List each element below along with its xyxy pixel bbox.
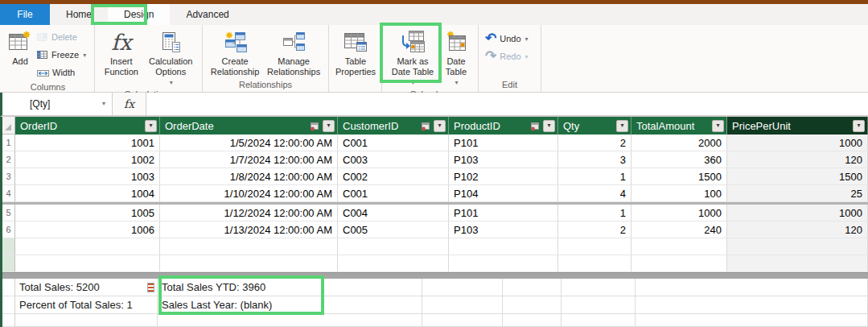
measure-grid-splitter[interactable] bbox=[2, 272, 868, 279]
measure-cell[interactable] bbox=[636, 296, 868, 314]
column-header-priceperunit[interactable]: PricePerUnit ▾ bbox=[727, 117, 868, 135]
cell[interactable]: P102 bbox=[449, 168, 558, 185]
mark-as-date-table-button[interactable]: Mark as Date Table▾ bbox=[386, 27, 439, 89]
cell[interactable] bbox=[558, 238, 631, 255]
cell[interactable]: 1500 bbox=[631, 168, 727, 185]
cell[interactable]: 1/13/2024 12:00:00 AM bbox=[160, 221, 338, 238]
measure-cell[interactable] bbox=[636, 279, 868, 296]
cell[interactable] bbox=[449, 255, 558, 272]
cell[interactable]: 1/5/2024 12:00:00 AM bbox=[160, 135, 338, 151]
measure-cell[interactable] bbox=[636, 314, 868, 327]
cell[interactable]: C001 bbox=[338, 185, 449, 202]
measure-cell[interactable] bbox=[562, 279, 636, 296]
freeze-column-button[interactable]: Freeze ▾ bbox=[35, 46, 88, 64]
cell[interactable]: 1000 bbox=[631, 205, 727, 221]
filter-button[interactable]: ▾ bbox=[434, 120, 446, 132]
date-table-button[interactable]: Date Table▾ bbox=[439, 27, 473, 89]
cell[interactable]: 240 bbox=[631, 221, 727, 238]
cell[interactable]: 100 bbox=[631, 185, 727, 202]
measure-cell-sales-last-year[interactable]: Sales Last Year: (blank) bbox=[158, 296, 422, 314]
cell[interactable] bbox=[558, 255, 631, 272]
cell[interactable] bbox=[727, 238, 868, 255]
delete-column-button[interactable]: Delete bbox=[35, 28, 88, 46]
tab-home[interactable]: Home bbox=[50, 4, 108, 25]
row-header[interactable] bbox=[2, 238, 15, 255]
row-header[interactable]: 3 bbox=[2, 168, 15, 185]
filter-button[interactable]: ▾ bbox=[323, 120, 335, 132]
cell[interactable] bbox=[449, 238, 558, 255]
cell[interactable] bbox=[631, 238, 727, 255]
tab-file[interactable]: File bbox=[0, 4, 50, 25]
chevron-down-icon[interactable]: ▾ bbox=[102, 100, 105, 107]
measure-cell[interactable] bbox=[422, 279, 503, 296]
cell[interactable]: 25 bbox=[727, 185, 868, 202]
measure-cell[interactable] bbox=[422, 314, 503, 327]
measure-row-header[interactable] bbox=[2, 296, 15, 314]
row-header[interactable] bbox=[2, 255, 15, 272]
cell[interactable]: C003 bbox=[338, 151, 449, 168]
cell[interactable]: 1004 bbox=[15, 185, 160, 202]
filter-button[interactable]: ▾ bbox=[543, 120, 555, 132]
tab-advanced[interactable]: Advanced bbox=[170, 4, 245, 25]
row-header[interactable]: 1 bbox=[2, 135, 15, 151]
cell[interactable]: 1/7/2024 12:00:00 AM bbox=[160, 151, 338, 168]
cell[interactable]: C002 bbox=[338, 168, 449, 185]
cell[interactable]: 1 bbox=[558, 205, 631, 221]
cell[interactable]: 2000 bbox=[631, 135, 727, 151]
cell[interactable]: 1/10/2024 12:00:00 AM bbox=[160, 185, 338, 202]
cell[interactable]: 1006 bbox=[15, 221, 160, 238]
row-header[interactable]: 5 bbox=[2, 205, 15, 221]
cell[interactable]: 1002 bbox=[15, 151, 160, 168]
measure-cell[interactable] bbox=[562, 296, 636, 314]
filter-button[interactable]: ▾ bbox=[712, 120, 724, 132]
fx-button[interactable]: fx bbox=[113, 93, 146, 115]
cell[interactable] bbox=[15, 255, 160, 272]
cell[interactable]: 1500 bbox=[727, 168, 868, 185]
cell[interactable]: P103 bbox=[449, 151, 558, 168]
calculation-options-button[interactable]: Calculation Options▾ bbox=[144, 27, 198, 89]
manage-relationships-button[interactable]: Manage Relationships bbox=[263, 27, 324, 78]
measure-row-header[interactable] bbox=[2, 279, 15, 296]
cell[interactable]: 1005 bbox=[15, 205, 160, 221]
cell[interactable]: 1 bbox=[558, 168, 631, 185]
cell[interactable]: 360 bbox=[631, 151, 727, 168]
measure-cell-total-sales-ytd[interactable]: Total Sales YTD: 3960 bbox=[158, 279, 422, 296]
cell[interactable]: 2 bbox=[558, 135, 631, 151]
cell[interactable] bbox=[160, 238, 338, 255]
measure-cell[interactable] bbox=[158, 314, 422, 327]
measure-cell[interactable] bbox=[503, 279, 562, 296]
cell[interactable] bbox=[338, 238, 449, 255]
insert-function-button[interactable]: fx Insert Function bbox=[99, 27, 144, 78]
measure-row-header[interactable] bbox=[2, 314, 15, 327]
redo-button[interactable]: ↷ Redo ▾ bbox=[483, 48, 531, 65]
cell[interactable]: 1/12/2024 12:00:00 AM bbox=[160, 205, 338, 221]
cell[interactable]: 1000 bbox=[727, 135, 868, 151]
cell[interactable]: P101 bbox=[449, 205, 558, 221]
measure-cell[interactable] bbox=[422, 296, 503, 314]
filter-button[interactable]: ▾ bbox=[853, 120, 865, 132]
column-width-button[interactable]: Width bbox=[35, 64, 88, 81]
cell[interactable]: 120 bbox=[727, 151, 868, 168]
filter-button[interactable]: ▾ bbox=[145, 120, 157, 132]
cell[interactable]: 120 bbox=[727, 221, 868, 238]
measure-cell[interactable] bbox=[15, 314, 158, 327]
formula-input[interactable] bbox=[146, 93, 868, 115]
create-relationship-button[interactable]: Create Relationship bbox=[207, 27, 263, 78]
cell[interactable]: 3 bbox=[558, 151, 631, 168]
cell[interactable]: 1000 bbox=[727, 205, 868, 221]
measure-cell[interactable] bbox=[503, 314, 562, 327]
tab-design[interactable]: Design bbox=[108, 4, 170, 25]
cell[interactable]: P103 bbox=[449, 221, 558, 238]
row-header[interactable]: 2 bbox=[2, 151, 15, 168]
column-header-customerid[interactable]: CustomerID ▾ bbox=[338, 117, 449, 135]
measure-cell-total-sales[interactable]: Total Sales: 5200 bbox=[15, 279, 158, 296]
cell[interactable]: 4 bbox=[558, 185, 631, 202]
column-header-totalamount[interactable]: TotalAmount ▾ bbox=[631, 117, 727, 135]
measure-cell-percent-of-total[interactable]: Percent of Total Sales: 1 bbox=[15, 296, 158, 314]
select-all-corner[interactable] bbox=[2, 117, 15, 135]
cell[interactable] bbox=[160, 255, 338, 272]
cell[interactable]: P104 bbox=[449, 185, 558, 202]
cell[interactable]: 2 bbox=[558, 221, 631, 238]
cell[interactable] bbox=[15, 238, 160, 255]
cell[interactable]: P101 bbox=[449, 135, 558, 151]
